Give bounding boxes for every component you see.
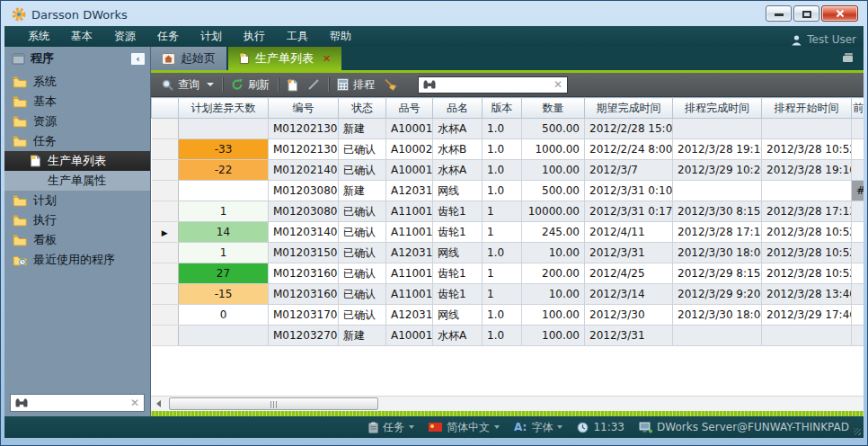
row-selector-cell[interactable]: ▶ bbox=[152, 160, 179, 181]
row-selector-cell[interactable]: ▶ bbox=[152, 119, 179, 139]
column-header[interactable]: 数量 bbox=[522, 98, 585, 119]
menu-item[interactable]: 计划 bbox=[190, 26, 233, 47]
column-header[interactable]: 计划差异天数 bbox=[179, 98, 269, 119]
cell-plan-diff-days: 27 bbox=[179, 263, 269, 284]
table-row[interactable]: ▶ 14 M012031402 已确认 A11001 齿轮1 1 245.00 … bbox=[152, 222, 864, 243]
cell-schedule-finish: 2012/3/28 19:10 bbox=[673, 139, 762, 160]
user-name: Test User bbox=[807, 33, 856, 46]
sidebar-item-label: 资源 bbox=[33, 113, 57, 129]
sidebar-item[interactable]: 基本 bbox=[4, 92, 150, 112]
row-selector-cell[interactable]: ▶ bbox=[152, 222, 179, 243]
cell-status: 已确认 bbox=[339, 305, 386, 326]
row-selector-cell[interactable]: ▶ bbox=[152, 326, 179, 346]
status-tasks-menu[interactable]: 任务 bbox=[368, 420, 414, 435]
schedule-button[interactable]: 排程 bbox=[332, 75, 379, 95]
column-header[interactable]: 品号 bbox=[386, 98, 433, 119]
toolbar-search-input[interactable] bbox=[439, 78, 550, 91]
row-selector-cell[interactable]: ▶ bbox=[152, 284, 179, 305]
status-font-menu[interactable]: A: 字体 bbox=[514, 420, 562, 435]
menu-item[interactable]: 工具 bbox=[276, 26, 319, 47]
sidebar-item[interactable]: 生产单列表 bbox=[4, 151, 150, 171]
chevron-down-icon[interactable] bbox=[207, 83, 214, 86]
table-row[interactable]: ▶ -22 M012021401 已确认 A10001 水杯A 1.0 100.… bbox=[152, 160, 864, 181]
tab-start-page[interactable]: 起始页 bbox=[151, 47, 226, 70]
cell-plan-diff-days bbox=[179, 119, 269, 139]
column-header[interactable]: 版本 bbox=[483, 98, 522, 119]
table-row[interactable]: ▶ 27 M012031601 已确认 A11001 齿轮1 1 200.00 … bbox=[152, 263, 864, 284]
maximize-button[interactable] bbox=[793, 5, 819, 22]
row-selector-cell[interactable]: ▶ bbox=[152, 305, 179, 326]
menu-item[interactable]: 资源 bbox=[103, 26, 146, 47]
column-header[interactable]: 状态 bbox=[339, 98, 386, 119]
table-row[interactable]: ▶ 1 M012031501 已确认 A12031 网线 1.0 10.00 2… bbox=[152, 243, 864, 263]
cell-overflow bbox=[852, 305, 864, 326]
tab-close-icon[interactable]: ✕ bbox=[323, 53, 331, 65]
table-row[interactable]: ▶ M012030801 新建 A12031 网线 1.0 500.00 201… bbox=[152, 181, 864, 201]
title-bar: Darsson DWorks bbox=[4, 1, 864, 26]
cell-schedule-start: 2012/3/28 10:52 bbox=[762, 263, 852, 284]
new-button[interactable] bbox=[282, 76, 303, 94]
cell-overflow bbox=[852, 119, 864, 139]
cell-expected-finish: 2012/4/11 bbox=[585, 222, 673, 243]
folder-icon bbox=[13, 214, 27, 227]
horizontal-scrollbar[interactable] bbox=[151, 396, 864, 411]
sidebar-item[interactable]: 执行 bbox=[4, 210, 150, 230]
menu-item[interactable]: 基本 bbox=[60, 26, 103, 47]
sidebar-item[interactable]: 任务 bbox=[4, 131, 150, 151]
float-window-icon[interactable] bbox=[841, 52, 855, 63]
cell-plan-diff-days: 14 bbox=[179, 222, 269, 243]
status-server: DWorks Server@FUNWAY-THINKPAD bbox=[639, 421, 849, 433]
menu-item[interactable]: 系统 bbox=[17, 26, 60, 47]
sidebar-item[interactable]: 最近使用的程序 bbox=[4, 250, 150, 270]
query-button[interactable]: 查询 bbox=[157, 75, 218, 95]
column-header[interactable]: 排程完成时间 bbox=[673, 98, 762, 119]
cell-schedule-start: 2012/3/28 10:52 bbox=[762, 222, 852, 243]
cell-order-code: M012021302 bbox=[269, 139, 339, 160]
table-row[interactable]: ▶ M012032701 新建 A10001 水杯A 1.0 100.00 20… bbox=[152, 326, 864, 346]
row-selector-cell[interactable]: ▶ bbox=[152, 243, 179, 263]
column-header[interactable]: 品名 bbox=[433, 98, 483, 119]
minimize-button[interactable] bbox=[766, 5, 792, 22]
menu-bar: 系统基本资源任务计划执行工具帮助 bbox=[4, 26, 864, 47]
refresh-button[interactable]: 刷新 bbox=[226, 75, 274, 95]
cell-version: 1 bbox=[483, 222, 522, 243]
column-header[interactable]: 排程开始时间 bbox=[762, 98, 852, 119]
column-header[interactable]: 前 bbox=[852, 98, 864, 119]
edit-button[interactable] bbox=[303, 76, 324, 94]
column-header[interactable]: 编号 bbox=[269, 98, 339, 119]
sidebar-item[interactable]: 看板 bbox=[4, 230, 150, 250]
cell-expected-finish: 2012/3/14 bbox=[585, 284, 673, 305]
menu-item[interactable]: 任务 bbox=[146, 26, 190, 47]
table-row[interactable]: ▶ 1 M012030802 已确认 A11001 齿轮1 1 10000.00… bbox=[152, 201, 864, 222]
table-row[interactable]: ▶ -15 M012031602 已确认 A11001 齿轮1 1 10.00 … bbox=[152, 284, 864, 305]
row-selector-cell[interactable]: ▶ bbox=[152, 263, 179, 284]
production-order-grid: 计划差异天数编号状态品号品名版本数量期望完成时间排程完成时间排程开始时间前 ▶ … bbox=[151, 97, 864, 396]
status-language-menu[interactable]: 简体中文 bbox=[429, 420, 500, 435]
refresh-label: 刷新 bbox=[248, 77, 270, 93]
scroll-left-button[interactable] bbox=[151, 397, 166, 411]
menu-item[interactable]: 帮助 bbox=[319, 26, 362, 47]
scrollbar-thumb[interactable] bbox=[169, 397, 378, 410]
row-selector-cell[interactable]: ▶ bbox=[152, 139, 179, 160]
sidebar-item[interactable]: 生产单属性 bbox=[4, 171, 150, 191]
column-header[interactable]: 期望完成时间 bbox=[585, 98, 673, 119]
toolbar-search-clear-icon[interactable]: ✕ bbox=[554, 79, 562, 90]
cell-plan-diff-days: -22 bbox=[179, 160, 269, 181]
table-row[interactable]: ▶ -33 M012021302 已确认 A10002 水杯B 1.0 1000… bbox=[152, 139, 864, 160]
sidebar-collapse-button[interactable]: ‹ bbox=[130, 52, 146, 66]
sidebar-item[interactable]: 计划 bbox=[4, 191, 150, 210]
sidebar-search-clear-icon[interactable]: ✕ bbox=[130, 397, 139, 408]
sidebar-search-input[interactable] bbox=[31, 397, 127, 409]
sidebar-item[interactable]: 系统 bbox=[4, 72, 150, 92]
tab-production-order-list[interactable]: 生产单列表 ✕ bbox=[228, 47, 341, 70]
resize-grip[interactable] bbox=[854, 428, 861, 435]
table-row[interactable]: ▶ 0 M012031701 已确认 A12031 网线 1.0 100.00 … bbox=[152, 305, 864, 326]
row-selector-cell[interactable]: ▶ bbox=[152, 201, 179, 222]
row-selector-cell[interactable]: ▶ bbox=[152, 181, 179, 201]
clean-button[interactable] bbox=[379, 76, 402, 94]
close-button[interactable] bbox=[821, 5, 858, 22]
cell-item-no: A12031 bbox=[386, 243, 433, 263]
table-row[interactable]: ▶ M012021301 新建 A10001 水杯A 1.0 500.00 20… bbox=[152, 119, 864, 139]
sidebar-item[interactable]: 资源 bbox=[4, 112, 150, 131]
menu-item[interactable]: 执行 bbox=[233, 26, 276, 47]
